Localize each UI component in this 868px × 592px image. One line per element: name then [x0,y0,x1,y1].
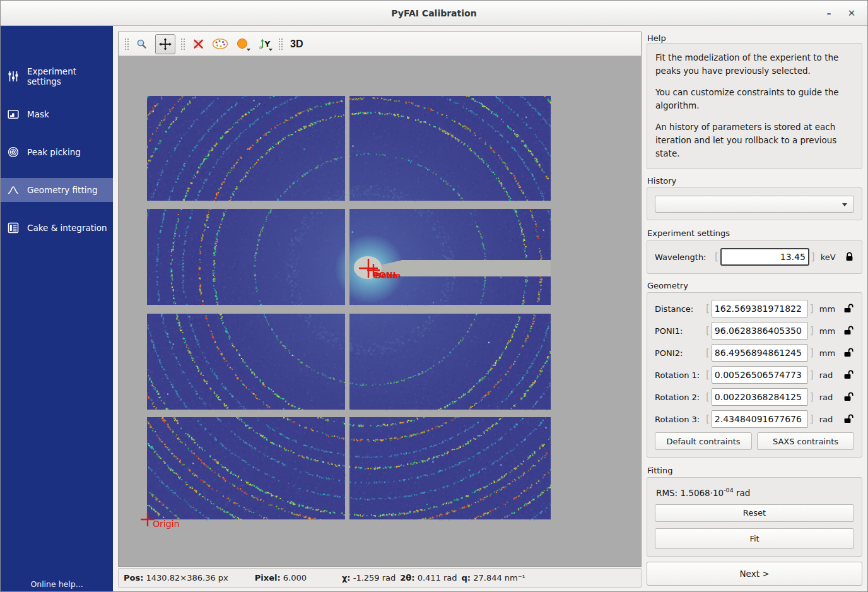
bracket-close: ] [808,325,816,336]
pos-label: Pos: [124,573,143,583]
sidebar-item-peak-picking[interactable]: Peak picking [1,140,113,164]
clear-markers-button[interactable] [189,35,207,53]
poni1-unit: mm [816,326,837,336]
pixel-value: 6.000 [283,573,307,583]
history-box [647,187,862,220]
bracket-close: ] [808,413,816,425]
y-axis-orientation-button[interactable]: Y 0 [255,35,273,53]
dropdown-arrow-icon [247,49,250,51]
red-cross-icon [192,38,204,50]
poni1-label: PONI1: [655,326,704,336]
minimize-button[interactable]: – [818,1,840,26]
colormap-button[interactable] [211,35,229,53]
two-theta-label: 2θ: [400,573,414,583]
online-help-link[interactable]: Online help... [1,579,113,589]
poni1-lock-open-icon[interactable] [843,326,854,336]
reset-button[interactable]: Reset [655,504,854,522]
sidebar-item-label: Experiment settings [27,66,113,86]
diffraction-image-canvas[interactable] [119,56,641,566]
magnifier-icon [136,38,148,50]
chevron-down-icon [842,203,847,206]
wavelength-input[interactable] [720,248,809,266]
fitting-section-title: Fitting [647,466,672,475]
geometry-box: Distance: [ ] mm PONI1: [ ] mm P [647,292,862,458]
sliders-icon [8,71,19,82]
next-button[interactable]: Next > [647,562,862,586]
rms-exponent: -04 [724,487,734,494]
bracket-open: [ [704,347,712,358]
toolbar-drag-handle[interactable] [124,37,129,51]
distance-row: Distance: [ ] mm [655,300,854,317]
svg-text:0: 0 [259,45,262,50]
fit-button[interactable]: Fit [655,528,854,549]
poni2-input[interactable] [712,344,808,362]
titlebar: PyFAI Calibration – ✕ [1,1,867,26]
sidebar-nav: Experiment settings Mask Peak picking [1,26,113,240]
help-paragraph: You can customize constraints to guide t… [655,86,853,112]
bracket-open: [ [704,413,712,425]
bracket-close: ] [808,347,816,358]
distance-lock-open-icon[interactable] [843,304,854,314]
distance-input[interactable] [712,300,808,317]
plot-widget: Y 0 3D [118,32,642,567]
bracket-open: [ [704,369,712,381]
history-combobox[interactable] [655,196,854,213]
rms-mantissa: 1.5068·10 [680,488,724,498]
toolbar-drag-handle[interactable] [180,37,185,51]
sidebar-item-cake-integration[interactable]: Cake & integration [1,216,113,240]
bullseye-rings-icon [8,146,19,158]
plot-toolbar: Y 0 3D [119,32,641,56]
default-constraints-button[interactable]: Default contraints [655,432,752,450]
sidebar-item-experiment-settings[interactable]: Experiment settings [1,64,113,88]
marker-color-button[interactable] [233,35,251,53]
rotation2-label: Rotation 2: [655,393,704,402]
wavelength-unit: keV [817,252,838,262]
bracket-close: ] [808,391,816,403]
rotation3-unit: rad [816,415,837,424]
window-title: PyFAI Calibration [1,1,867,26]
sidebar-item-mask[interactable]: Mask [1,102,113,126]
rotation2-lock-open-icon[interactable] [843,392,854,402]
sidebar-item-label: Geometry fitting [27,185,98,195]
poni2-lock-open-icon[interactable] [843,348,854,358]
rotation3-row: Rotation 3: [ ] rad [655,410,854,428]
poni1-input[interactable] [712,322,808,340]
rotation3-input[interactable] [712,410,808,428]
rotation3-lock-open-icon[interactable] [843,414,854,424]
sidebar-item-geometry-fitting[interactable]: Geometry fitting [1,178,113,202]
wavelength-lock-closed-icon[interactable] [845,252,854,262]
constraints-buttons-row: Default contraints SAXS contraints [655,432,854,450]
rotation1-row: Rotation 1: [ ] rad [655,366,854,384]
rotation1-lock-open-icon[interactable] [843,370,854,380]
q-value: 27.844 nm⁻¹ [473,573,525,583]
history-section-title: History [647,176,676,186]
bracket-close: ] [808,369,816,381]
poni2-row: PONI2: [ ] mm [655,344,854,362]
dropdown-arrow-icon [269,49,273,51]
3d-view-button[interactable]: 3D [287,35,306,53]
zoom-tool-button[interactable] [133,35,151,53]
document-lines-icon [8,222,19,234]
bracket-open: [ [704,303,712,314]
toolbar-drag-handle[interactable] [278,37,283,51]
rotation1-label: Rotation 1: [655,370,704,380]
poni1-row: PONI1: [ ] mm [655,322,854,340]
pan-tool-button[interactable] [155,34,175,54]
chi-label: χ: [342,573,351,583]
wavelength-label: Wavelength: [655,252,713,262]
fitting-box: RMS: 1.5068·10-04 rad Reset Fit [647,477,862,557]
help-box: Fit the modelization of the experient to… [647,43,862,169]
close-button[interactable]: ✕ [841,1,862,26]
gaussian-curve-icon [8,184,19,196]
sidebar-item-label: Mask [27,109,49,119]
rotation1-input[interactable] [712,366,808,384]
bracket-close: ] [808,303,816,314]
rotation2-input[interactable] [712,388,808,406]
two-theta-value: 0.411 rad [418,573,457,583]
rms-unit: rad [736,488,750,498]
mask-icon [8,109,19,120]
saxs-constraints-button[interactable]: SAXS contraints [757,432,854,450]
q-label: q: [462,573,471,583]
chi-value: -1.259 rad [353,573,396,583]
pan-arrows-icon [159,38,172,50]
